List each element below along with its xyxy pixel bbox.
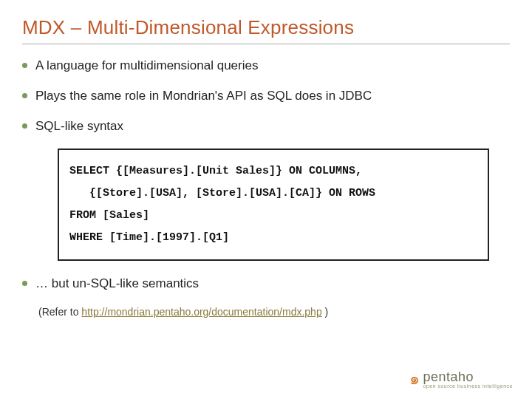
title-underline: [22, 44, 510, 44]
bullet-item: Plays the same role in Mondrian's API as…: [22, 88, 510, 105]
logo-brand: pentaho: [423, 369, 474, 384]
slide-title: MDX – Multi-Dimensional Expressions: [22, 16, 510, 39]
reference-suffix: ): [322, 306, 329, 318]
bullet-list-bottom: … but un-SQL-like semantics: [22, 276, 510, 293]
bullet-item: SQL-like syntax: [22, 118, 510, 135]
bullet-item: A language for multidimensional queries: [22, 58, 510, 75]
bullet-list-top: A language for multidimensional queries …: [22, 58, 510, 135]
reference-prefix: (Refer to: [38, 306, 81, 318]
pentaho-logo: ๑ pentaho open source business intellige…: [409, 369, 513, 389]
bullet-item: … but un-SQL-like semantics: [22, 276, 510, 293]
reference-link[interactable]: http://mondrian.pentaho.org/documentatio…: [81, 306, 321, 318]
swirl-icon: ๑: [409, 371, 420, 387]
slide: MDX – Multi-Dimensional Expressions A la…: [0, 0, 532, 399]
code-example: SELECT {[Measures].[Unit Sales]} ON COLU…: [58, 149, 489, 261]
logo-tagline: open source business intelligence: [423, 383, 513, 389]
reference-line: (Refer to http://mondrian.pentaho.org/do…: [38, 306, 510, 318]
